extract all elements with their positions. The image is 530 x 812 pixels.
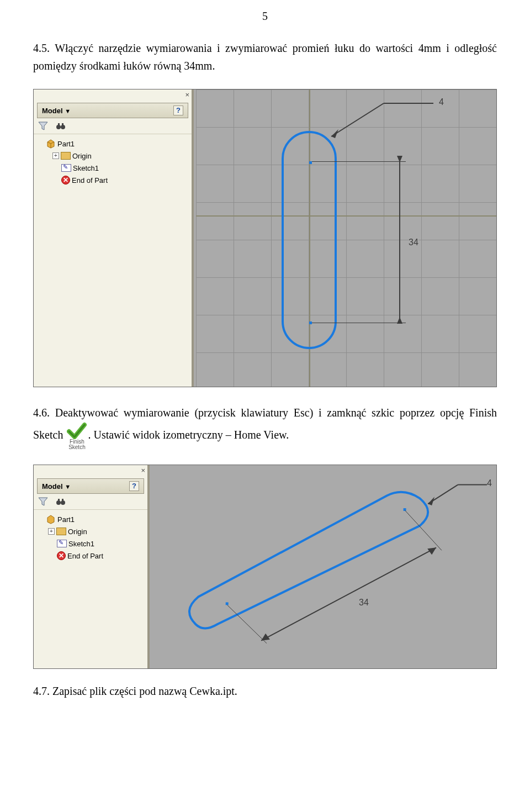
x-axis [196, 215, 496, 217]
tree-part-label: Part1 [57, 140, 75, 148]
finish-sketch-button[interactable]: Finish Sketch [67, 421, 87, 450]
paragraph-4-7: 4.7. Zapisać plik części pod nazwą Cewka… [0, 680, 530, 703]
ext-line [312, 323, 406, 323]
screenshot-isometric-view: × Model ▼ ? Part1 + Origin Sketch1 [33, 465, 497, 669]
tree-part-label: Part1 [57, 515, 75, 524]
finish-label-2: Sketch [68, 445, 86, 450]
svg-rect-3 [58, 123, 60, 126]
tree-sketch-node[interactable]: Sketch1 [36, 162, 189, 174]
find-icon[interactable] [56, 121, 66, 131]
help-icon[interactable]: ? [173, 106, 183, 115]
panel-toolbar [34, 118, 192, 134]
help-icon[interactable]: ? [129, 481, 139, 491]
model-header[interactable]: Model ▼ ? [37, 103, 188, 118]
svg-marker-12 [39, 498, 47, 505]
tree-sketch-label: Sketch1 [68, 540, 94, 548]
filter-icon[interactable] [38, 497, 48, 507]
tree-endpart-label: End of Part [67, 552, 103, 560]
model-tree: Part1 + Origin Sketch1 ✕ End of Part [34, 134, 192, 189]
close-icon[interactable]: × [141, 466, 145, 474]
dimension-length-value[interactable]: 34 [359, 598, 369, 608]
dimension-graphics [196, 89, 496, 387]
expand-icon[interactable]: + [48, 528, 55, 535]
tree-origin-node[interactable]: + Origin [36, 150, 189, 162]
tree-endpart-node[interactable]: ✕ End of Part [36, 174, 189, 186]
filter-icon[interactable] [38, 121, 48, 131]
svg-marker-22 [428, 497, 434, 505]
sketch-canvas[interactable]: 4 34 [196, 89, 496, 387]
iso-drawing [152, 465, 496, 668]
paragraph-4-6-suffix: . Ustawić widok izometryczny – Home View… [88, 429, 289, 441]
tree-origin-label: Origin [68, 528, 87, 536]
paragraph-4-6: 4.6. Deaktywować wymiarowanie (przycisk … [0, 398, 530, 454]
screenshot-sketch-dimension: × Model ▼ ? Part1 + Origin Sketch1 [33, 89, 497, 387]
tree-sketch-node[interactable]: Sketch1 [36, 537, 145, 550]
ext-line [312, 161, 406, 162]
checkmark-icon [67, 421, 87, 439]
chevron-down-icon: ▼ [65, 483, 71, 490]
svg-rect-15 [58, 499, 60, 502]
svg-marker-0 [39, 122, 47, 130]
part-icon [46, 514, 56, 524]
end-of-part-icon: ✕ [61, 176, 70, 184]
sketch-canvas-iso[interactable]: 4 34 [152, 465, 496, 668]
tree-endpart-label: End of Part [72, 176, 108, 184]
sketch-icon [57, 540, 67, 547]
dimension-length-line [399, 161, 400, 323]
folder-icon [56, 528, 66, 535]
svg-rect-16 [62, 499, 63, 502]
sketch-icon [61, 164, 71, 172]
model-header-label: Model [42, 482, 63, 491]
dimension-radius-value[interactable]: 4 [487, 478, 492, 488]
expand-icon[interactable]: + [52, 152, 59, 159]
svg-marker-11 [331, 129, 338, 138]
tree-endpart-node[interactable]: ✕ End of Part [36, 550, 145, 562]
model-browser-panel: × Model ▼ ? Part1 + Origin Sketch1 [34, 465, 150, 668]
model-header[interactable]: Model ▼ ? [37, 478, 144, 494]
model-header-label: Model [42, 107, 63, 115]
model-tree: Part1 + Origin Sketch1 ✕ End of Part [34, 510, 147, 565]
tree-origin-label: Origin [72, 152, 92, 160]
svg-rect-19 [404, 508, 406, 511]
page-number: 5 [0, 0, 530, 23]
tree-sketch-label: Sketch1 [73, 164, 99, 172]
tree-origin-node[interactable]: + Origin [36, 525, 145, 537]
paragraph-4-5: 4.5. Włączyć narzędzie wymiarowania i zw… [0, 34, 530, 78]
folder-icon [61, 152, 71, 160]
dimension-radius-value[interactable]: 4 [439, 97, 444, 107]
chevron-down-icon: ▼ [65, 108, 71, 114]
svg-rect-4 [62, 123, 63, 126]
end-of-part-icon: ✕ [57, 551, 66, 560]
svg-marker-17 [47, 515, 54, 524]
tree-part-node[interactable]: Part1 [36, 513, 145, 525]
model-browser-panel: × Model ▼ ? Part1 + Origin Sketch1 [34, 89, 194, 387]
close-icon[interactable]: × [185, 91, 189, 99]
find-icon[interactable] [56, 497, 66, 507]
svg-rect-18 [226, 602, 229, 605]
tree-part-node[interactable]: Part1 [36, 138, 189, 150]
panel-toolbar [34, 494, 147, 510]
part-icon [46, 139, 56, 149]
dimension-length-value[interactable]: 34 [409, 238, 418, 247]
svg-line-23 [261, 547, 436, 640]
svg-line-9 [331, 103, 384, 136]
